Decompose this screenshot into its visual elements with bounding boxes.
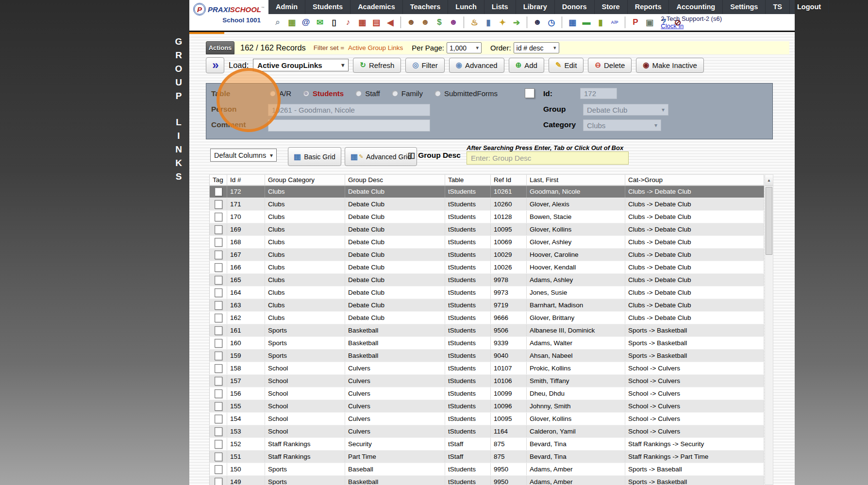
columns-select[interactable]: Default Columns ▾ [210, 149, 277, 162]
column-header-cat-group[interactable]: Cat->Group [625, 175, 764, 185]
row-checkbox[interactable] [215, 263, 222, 272]
payments-icon[interactable]: $ [434, 17, 445, 28]
bell-icon[interactable]: ✦ [497, 17, 508, 28]
nav-item-admin[interactable]: Admin [268, 0, 305, 14]
id-checkbox[interactable] [525, 88, 534, 98]
table-row[interactable]: 159SportsBasketballtStudents9040Ahsan, N… [210, 350, 764, 362]
radio-ar[interactable]: A/R [269, 89, 291, 98]
basic-grid-button[interactable]: ▦ Basic Grid [288, 147, 341, 166]
row-checkbox[interactable] [215, 339, 222, 348]
table-row[interactable]: 152Staff RankingsSecuritytStaff875Bevard… [210, 438, 764, 451]
row-checkbox[interactable] [215, 351, 222, 360]
lunch-icon[interactable]: ♨ [469, 17, 480, 28]
announcement-icon[interactable]: ♪ [343, 17, 353, 28]
edit-button[interactable]: ✎Edit [549, 58, 584, 73]
row-checkbox[interactable] [215, 389, 222, 398]
nav-item-academics[interactable]: Academics [351, 0, 403, 14]
row-checkbox[interactable] [215, 200, 222, 209]
column-header-last-first[interactable]: Last, First [527, 175, 625, 185]
advanced-button[interactable]: ◉Advanced [449, 58, 504, 73]
column-header-table[interactable]: Table [445, 175, 491, 185]
schedule-icon[interactable]: ▦ [286, 17, 297, 28]
table-row[interactable]: 164ClubsDebate ClubtStudents9973Jones, S… [210, 286, 764, 299]
table-row[interactable]: 154SchoolCulverstStudents10095Glover, Ko… [210, 413, 764, 425]
column-header-group-category[interactable]: Group Category [265, 175, 345, 185]
table-row[interactable]: 169ClubsDebate ClubtStudents10095Glover,… [210, 223, 764, 236]
table-row[interactable]: 172ClubsDebate ClubtStudents10261Goodman… [210, 185, 764, 198]
accounts-payable-icon[interactable]: A/P [609, 17, 620, 28]
pdf-icon[interactable]: P [630, 17, 641, 28]
table-row[interactable]: 165ClubsDebate ClubtStudents9978Adams, A… [210, 274, 764, 286]
table-row[interactable]: 151Staff RankingsPart TimetStaff875Bevar… [210, 451, 764, 463]
column-header-group-desc[interactable]: Group Desc [345, 175, 445, 185]
clock-in-link[interactable]: Clock In [661, 22, 722, 30]
row-checkbox[interactable] [215, 301, 222, 310]
row-checkbox[interactable] [215, 452, 222, 461]
column-header-id-[interactable]: Id # [227, 175, 265, 185]
group-select[interactable]: Debate Club ▾ [583, 104, 668, 116]
row-checkbox[interactable] [215, 314, 222, 322]
register-icon[interactable]: ▮ [595, 17, 606, 28]
radio-students[interactable]: Students [303, 89, 344, 98]
actions-button[interactable]: Actions [206, 41, 234, 54]
row-checkbox[interactable] [215, 213, 222, 221]
order-select[interactable]: id # desc ▾ [514, 42, 559, 53]
student-icon[interactable]: ☻ [420, 17, 431, 28]
row-checkbox[interactable] [215, 440, 222, 449]
person-field[interactable]: 10261 - Goodman, Nicole [268, 104, 430, 116]
search-icon[interactable]: ⌕ [272, 17, 283, 28]
nav-item-logout[interactable]: Logout [790, 0, 829, 14]
events-icon[interactable]: ▤ [371, 17, 382, 28]
table-row[interactable]: 168ClubsDebate ClubtStudents10069Glover,… [210, 236, 764, 249]
table-row[interactable]: 161SportsBasketballtStudents9506Albanese… [210, 324, 764, 337]
row-checkbox[interactable] [215, 276, 222, 284]
column-header-tag[interactable]: Tag [210, 175, 227, 185]
gradebook-icon[interactable]: ▦ [567, 17, 578, 28]
table-row[interactable]: 157SchoolCulverstStudents10106Smith, Tif… [210, 375, 764, 387]
delete-button[interactable]: ⊖Delete [588, 58, 632, 73]
row-checkbox[interactable] [215, 238, 222, 247]
column-header-ref-id[interactable]: Ref Id [491, 175, 527, 185]
row-checkbox[interactable] [215, 364, 222, 373]
row-checkbox[interactable] [215, 251, 222, 259]
radio-staff[interactable]: Staff [355, 89, 380, 98]
table-row[interactable]: 171ClubsDebate ClubtStudents10260Glover,… [210, 198, 764, 211]
scrollbar-thumb[interactable] [766, 187, 772, 255]
table-row[interactable]: 167ClubsDebate ClubtStudents10029Hoover,… [210, 249, 764, 261]
nav-item-lists[interactable]: Lists [484, 0, 516, 14]
table-row[interactable]: 162ClubsDebate ClubtStudents9666Glover, … [210, 312, 764, 324]
row-checkbox[interactable] [215, 288, 222, 297]
make-inactive-button[interactable]: ◉Make Inactive [636, 58, 704, 73]
payment-card-icon[interactable]: ▬ [581, 17, 592, 28]
nav-item-accounting[interactable]: Accounting [669, 0, 723, 14]
filter-button[interactable]: ◎Filter [405, 58, 444, 73]
megaphone-icon[interactable]: ◀ [385, 17, 396, 28]
refresh-button[interactable]: ↻Refresh [353, 58, 401, 73]
comment-field[interactable] [268, 119, 430, 132]
row-checkbox[interactable] [215, 415, 222, 423]
nav-item-teachers[interactable]: Teachers [403, 0, 449, 14]
table-row[interactable]: 166ClubsDebate ClubtStudents10026Hoover,… [210, 261, 764, 274]
add-button[interactable]: ⊕Add [509, 58, 544, 73]
nav-item-settings[interactable]: Settings [723, 0, 766, 14]
table-row[interactable]: 155SchoolCulverstStudents10096Johnny, Sm… [210, 400, 764, 413]
staff-icon[interactable]: ☻ [532, 17, 543, 28]
kiosk-icon[interactable]: ▮ [483, 17, 494, 28]
load-select[interactable]: Active GroupLinks ▾ [253, 59, 349, 71]
add-student-icon[interactable]: ☻ [406, 17, 417, 28]
sms-icon[interactable]: ✉ [315, 17, 325, 28]
nav-item-library[interactable]: Library [516, 0, 555, 14]
calendar-icon[interactable]: ▦ [357, 17, 367, 28]
group-desc-search-input[interactable]: Enter: Group Desc [467, 151, 629, 165]
forms-icon[interactable]: ➔ [511, 17, 522, 28]
family-icon[interactable]: ☻ [448, 17, 459, 28]
radio-family[interactable]: Family [392, 89, 423, 98]
nav-item-ts[interactable]: TS [766, 0, 790, 14]
row-checkbox[interactable] [215, 478, 222, 485]
expand-button[interactable]: » [206, 57, 224, 73]
email-icon[interactable]: @ [300, 17, 311, 28]
table-row[interactable]: 150SportsBaseballtStudents9950Adams, Amb… [210, 463, 764, 476]
grid-scrollbar[interactable]: ▲ [765, 174, 773, 485]
nav-item-students[interactable]: Students [305, 0, 351, 14]
time-clock-icon[interactable]: ◷ [546, 17, 557, 28]
